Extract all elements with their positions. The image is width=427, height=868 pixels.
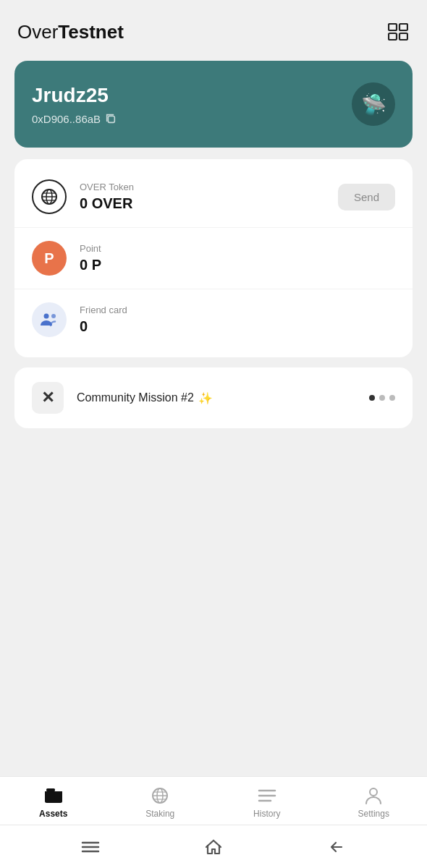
mission-dots (369, 395, 395, 401)
copy-icon[interactable] (105, 113, 117, 124)
nav-label-staking: Staking (145, 809, 174, 819)
point-value: 0 P (80, 257, 395, 273)
asset-row-point: P Point 0 P (14, 227, 413, 289)
dot-3 (389, 395, 395, 401)
nav-label-history: History (253, 809, 280, 819)
back-icon[interactable] (326, 837, 347, 857)
nav-item-history[interactable]: History (242, 786, 292, 819)
asset-row-friendcard: Friend card 0 (14, 289, 413, 350)
profile-name: Jrudz25 (32, 84, 117, 107)
nav-label-assets: Assets (39, 809, 67, 819)
person-icon (363, 786, 384, 806)
asset-details-friendcard: Friend card 0 (80, 305, 395, 335)
point-icon: P (32, 241, 67, 276)
asset-details-point: Point 0 P (80, 243, 395, 273)
svg-point-10 (44, 314, 49, 319)
point-label: Point (80, 243, 395, 254)
app-header: OverTestnet (0, 0, 427, 55)
system-bar (0, 825, 427, 868)
dot-2 (379, 395, 385, 401)
globe-icon (32, 179, 67, 214)
dot-1 (369, 395, 375, 401)
profile-address: 0xD906..86aB (32, 113, 117, 125)
nav-item-settings[interactable]: Settings (348, 786, 399, 819)
svg-rect-13 (45, 791, 62, 795)
svg-rect-2 (389, 33, 397, 40)
friend-icon (32, 302, 67, 337)
wallet-icon (43, 786, 64, 806)
asset-details-over: OVER Token 0 OVER (80, 182, 325, 212)
app-title: OverTestnet (17, 21, 124, 43)
mission-star: ✨ (198, 391, 213, 405)
mission-card[interactable]: ✕ Community Mission #2 ✨ (14, 367, 413, 428)
expand-icon[interactable] (386, 20, 410, 43)
mission-title: Community Mission #2 ✨ (77, 391, 356, 405)
avatar: 🛸 (352, 82, 395, 126)
nav-item-assets[interactable]: Assets (28, 786, 79, 819)
svg-rect-0 (389, 24, 397, 30)
profile-info: Jrudz25 0xD906..86aB (32, 84, 117, 125)
nav-item-staking[interactable]: Staking (135, 786, 185, 819)
friendcard-label: Friend card (80, 305, 395, 315)
nav-label-settings: Settings (358, 809, 389, 819)
assets-card: OVER Token 0 OVER Send P Point 0 P Frien… (14, 159, 413, 357)
history-lines-icon (257, 786, 277, 806)
svg-rect-1 (399, 24, 407, 30)
home-icon[interactable] (203, 837, 224, 857)
svg-point-24 (370, 788, 377, 796)
staking-globe-icon (150, 786, 170, 806)
svg-rect-15 (46, 788, 55, 791)
menu-icon[interactable] (80, 837, 101, 857)
svg-point-11 (51, 314, 56, 318)
asset-row-over: OVER Token 0 OVER Send (14, 166, 413, 227)
mission-x-icon: ✕ (32, 382, 64, 414)
friendcard-value: 0 (80, 318, 395, 335)
svg-rect-14 (54, 796, 60, 799)
bottom-nav: Assets Staking History (0, 776, 427, 825)
svg-rect-4 (109, 116, 115, 122)
svg-rect-3 (399, 33, 407, 40)
over-token-label: OVER Token (80, 182, 325, 192)
over-token-value: 0 OVER (80, 195, 325, 212)
send-button[interactable]: Send (338, 184, 395, 210)
profile-card: Jrudz25 0xD906..86aB 🛸 (14, 61, 413, 148)
